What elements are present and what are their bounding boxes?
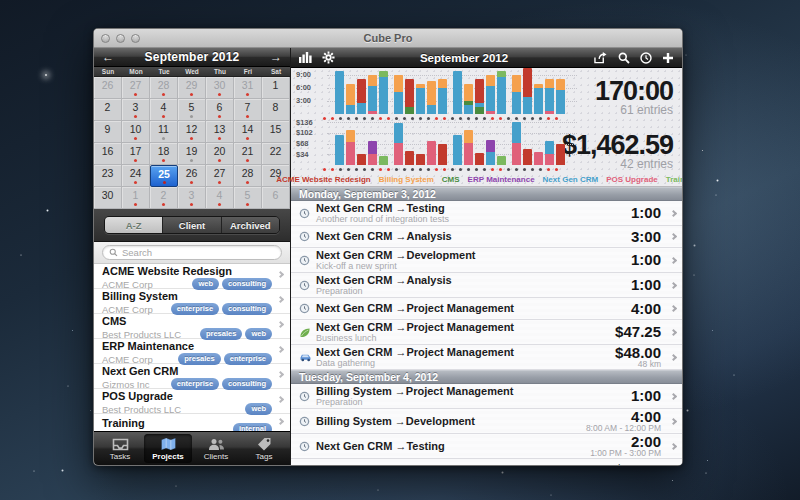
prev-month-button[interactable]: ← [102, 51, 114, 63]
calendar-day[interactable]: 26 [178, 165, 206, 187]
calendar-day[interactable]: 4 [150, 99, 178, 121]
chevron-right-icon [277, 296, 284, 303]
project-row[interactable]: Traininginternal [94, 414, 290, 431]
bottom-tab-bar: TasksProjectsClientsTags [94, 431, 290, 465]
calendar-day[interactable]: 31 [234, 77, 262, 99]
calendar-day[interactable]: 3 [122, 99, 150, 121]
tab-tasks[interactable]: Tasks [96, 434, 144, 463]
weekday-dot [411, 117, 414, 120]
calendar-day[interactable]: 1 [262, 77, 290, 99]
project-row[interactable]: POS UpgradeBest Products LLCweb [94, 389, 290, 414]
time-entry-row[interactable]: Next Gen CRM →Project Management4:00 [291, 298, 682, 320]
weekday-dot [531, 168, 534, 171]
calendar-day[interactable]: 14 [234, 121, 262, 143]
legend-item-crm: Next Gen CRM [543, 175, 599, 184]
time-entry-row[interactable]: Next Gen CRM →Analysis3:00 [291, 226, 682, 248]
calendar-day[interactable]: 8 [262, 99, 290, 121]
calendar-day[interactable]: 13 [206, 121, 234, 143]
gridline [327, 122, 577, 123]
bar-segment-billing [464, 84, 473, 101]
calendar-day[interactable]: 5 [178, 99, 206, 121]
calendar-day[interactable]: 30 [94, 187, 122, 209]
share-icon[interactable] [593, 52, 608, 64]
calendar-day[interactable]: 10 [122, 121, 150, 143]
calendar-day[interactable]: 15 [262, 121, 290, 143]
time-entry-row[interactable]: Next Gen CRM →Project ManagementData gat… [291, 345, 682, 370]
calendar-day[interactable]: 18 [150, 143, 178, 165]
project-row[interactable]: CMSBest Products LLCpresalesweb [94, 314, 290, 339]
time-entry-row[interactable]: Next Gen CRM →TestingAnother round of in… [291, 201, 682, 226]
day-number: 4 [161, 101, 167, 113]
time-entry-row[interactable]: Billing System →Project ManagementPrepar… [291, 384, 682, 409]
calendar-day[interactable]: 5 [234, 187, 262, 209]
calendar-day[interactable]: 22 [262, 143, 290, 165]
calendar-day[interactable]: 4 [206, 187, 234, 209]
project-row[interactable]: Next Gen CRMGizmos Incenterpriseconsulti… [94, 364, 290, 389]
weekday-dot [355, 117, 358, 120]
tab-clients[interactable]: Clients [192, 434, 240, 463]
calendar-day[interactable]: 12 [178, 121, 206, 143]
calendar-day[interactable]: 20 [206, 143, 234, 165]
filter-tab-archived[interactable]: Archived [221, 217, 279, 233]
calendar-day[interactable]: 24 [122, 165, 150, 187]
calendar-day[interactable]: 28 [234, 165, 262, 187]
search-input[interactable]: Search [102, 245, 282, 260]
calendar-day[interactable]: 27 [206, 165, 234, 187]
entry-title: Billing System →Project Management [316, 386, 631, 397]
time-entry-row[interactable]: Next Gen CRM →AnalysisPreparation1:00 [291, 273, 682, 298]
calendar-day[interactable]: 11 [150, 121, 178, 143]
calendar-day[interactable]: 2 [150, 187, 178, 209]
calendar-day[interactable]: 16 [94, 143, 122, 165]
calendar-day[interactable]: 9 [94, 121, 122, 143]
calendar-day[interactable]: 6 [262, 187, 290, 209]
bar-segment-billing [512, 75, 521, 92]
time-entry-row[interactable]: Next Gen CRM →Project ManagementBusiness… [291, 320, 682, 345]
calendar-day[interactable]: 28 [150, 77, 178, 99]
stacked-bar-money [368, 141, 377, 165]
calendar-day[interactable]: 26 [94, 77, 122, 99]
tab-projects[interactable]: Projects [144, 434, 192, 463]
calendar-day[interactable]: 3 [178, 187, 206, 209]
calendar-day[interactable]: 17 [122, 143, 150, 165]
add-entry-icon[interactable] [662, 52, 674, 64]
entry-text: Billing System →Project ManagementPrepar… [313, 386, 631, 407]
project-row[interactable]: ACME Website RedesignACME Corpwebconsult… [94, 264, 290, 289]
time-entry-row[interactable]: Billing System →Project Management$22.60 [291, 459, 682, 465]
day-number: 18 [158, 145, 170, 157]
entry-value: 2:00 [590, 435, 661, 449]
filter-tab-client[interactable]: Client [162, 217, 220, 233]
calendar-day[interactable]: 23 [94, 165, 122, 187]
bar-segment-training [497, 156, 506, 165]
time-entry-row[interactable]: Next Gen CRM →DevelopmentKick-off a new … [291, 248, 682, 273]
calendar-day[interactable]: 2 [94, 99, 122, 121]
bar-segment-acme [438, 144, 447, 165]
search-toolbar-icon[interactable] [618, 52, 630, 64]
time-entry-row[interactable]: Next Gen CRM →Testing2:001:00 PM - 3:00 … [291, 434, 682, 459]
project-row[interactable]: ERP MaintenanceACME Corppresalesenterpri… [94, 339, 290, 364]
project-row[interactable]: Billing SystemACME Corpenterpriseconsult… [94, 289, 290, 314]
legend-item-billing: Billing System [379, 175, 434, 184]
bar-segment-acme [405, 151, 414, 165]
chart-view-icon[interactable] [299, 52, 312, 63]
gear-icon[interactable] [322, 51, 335, 64]
calendar-day[interactable]: 30 [206, 77, 234, 99]
tab-tags[interactable]: Tags [240, 434, 288, 463]
calendar-day[interactable]: 27 [122, 77, 150, 99]
timer-clock-icon[interactable] [640, 52, 652, 64]
entry-indicator-dot [162, 137, 165, 140]
next-month-button[interactable]: → [270, 51, 282, 63]
window-titlebar[interactable]: Cube Pro [94, 29, 682, 48]
time-entry-row[interactable]: Billing System →Development4:008:00 AM -… [291, 409, 682, 434]
weekday-dot [419, 117, 422, 120]
calendar-day[interactable]: 29 [178, 77, 206, 99]
legend-item-erp: ERP Maintenance [468, 175, 535, 184]
calendar-day[interactable]: 21 [234, 143, 262, 165]
calendar-day-selected[interactable]: 25 [150, 165, 178, 187]
day-number: 4 [217, 189, 223, 201]
stacked-bar-hours [497, 71, 506, 115]
calendar-day[interactable]: 19 [178, 143, 206, 165]
calendar-day[interactable]: 1 [122, 187, 150, 209]
calendar-day[interactable]: 6 [206, 99, 234, 121]
filter-tab-az[interactable]: A-Z [105, 217, 162, 233]
calendar-day[interactable]: 7 [234, 99, 262, 121]
